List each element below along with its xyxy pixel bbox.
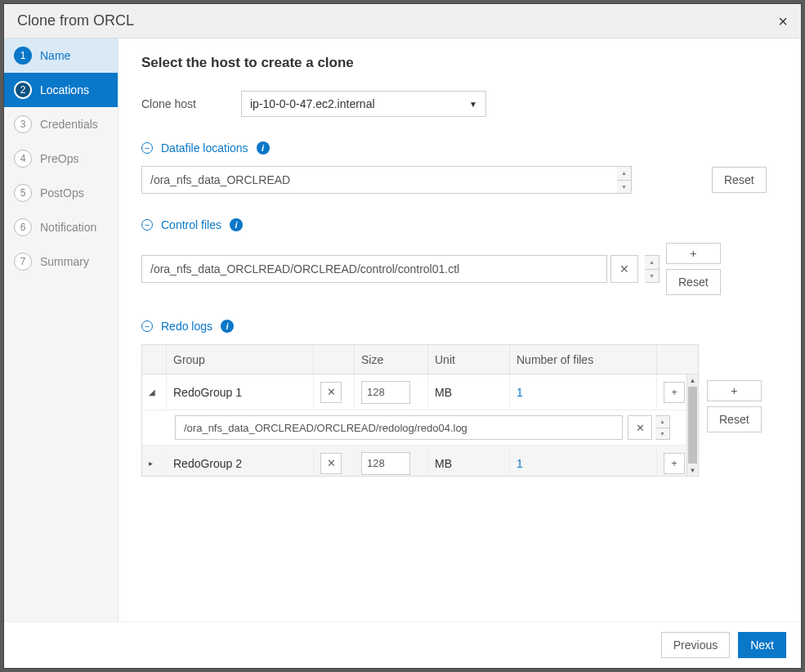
redo-unit-cell: MB (428, 374, 510, 410)
wizard-sidebar: 1 Name 2 Locations 3 Credentials 4 PreOp… (4, 38, 119, 621)
datafile-spinner: ▲ ▼ (617, 166, 632, 194)
step-credentials[interactable]: 3 Credentials (4, 107, 118, 141)
collapse-icon: − (141, 219, 153, 231)
control-reset-button[interactable]: Reset (666, 269, 721, 295)
clone-host-value: ip-10-0-0-47.ec2.internal (250, 97, 375, 110)
redo-path-input[interactable] (175, 415, 623, 440)
info-icon[interactable]: i (257, 141, 270, 155)
scroll-thumb[interactable] (688, 387, 697, 464)
step-label: Name (40, 49, 70, 62)
step-preops[interactable]: 4 PreOps (4, 141, 118, 176)
spinner-up-icon[interactable]: ▲ (645, 256, 659, 270)
collapse-icon: − (141, 142, 153, 154)
datafile-row: ▲ ▼ Reset (141, 166, 778, 194)
datafile-reset-button[interactable]: Reset (712, 167, 767, 193)
redo-path-spinner: ▲ ▼ (655, 415, 670, 440)
redo-add-file-button[interactable]: + (664, 453, 685, 474)
scroll-up-icon[interactable]: ▲ (687, 374, 698, 386)
step-badge: 3 (14, 115, 32, 133)
step-label: Credentials (40, 118, 98, 131)
redo-group-cell: RedoGroup 2 (167, 446, 314, 476)
dialog-header: Clone from ORCL × (4, 4, 801, 38)
step-label: Summary (40, 255, 89, 268)
caret-down-icon: ▼ (469, 100, 477, 109)
control-add-button[interactable]: + (666, 243, 721, 264)
spinner-down-icon[interactable]: ▼ (655, 428, 669, 440)
spinner-up-icon[interactable]: ▲ (617, 167, 631, 181)
col-unit: Unit (428, 345, 510, 374)
control-section-toggle[interactable]: − Control files i (141, 218, 778, 231)
clone-host-row: Clone host ip-10-0-0-47.ec2.internal ▼ (141, 91, 778, 117)
step-badge: 6 (14, 218, 32, 236)
redo-section-label: Redo logs (161, 320, 212, 333)
redo-sub-row: ✕ ▲ ▼ (142, 410, 698, 446)
redo-reset-button[interactable]: Reset (707, 406, 762, 432)
datafile-section-label: Datafile locations (161, 141, 248, 155)
redo-size-input[interactable] (361, 381, 410, 404)
dialog-title: Clone from ORCL (17, 12, 134, 29)
redo-section-toggle[interactable]: − Redo logs i (141, 320, 778, 333)
expand-down-icon[interactable]: ◢ (149, 388, 155, 396)
main-panel: Select the host to create a clone Clone … (119, 38, 801, 621)
step-label: Notification (40, 221, 96, 234)
step-label: Locations (40, 83, 89, 96)
control-row: ✕ ▲ ▼ + Reset (141, 243, 778, 295)
col-size: Size (355, 345, 428, 374)
step-badge: 5 (14, 184, 32, 202)
redo-table-header: Group Size Unit Number of files (142, 345, 698, 374)
step-name[interactable]: 1 Name (4, 38, 118, 73)
col-group: Group (167, 345, 314, 374)
datafile-path-input[interactable] (141, 166, 617, 194)
collapse-icon: − (141, 320, 153, 332)
redo-path-remove-button[interactable]: ✕ (628, 415, 652, 440)
redo-row: ▸ RedoGroup 2 ✕ MB 1 + (142, 446, 698, 476)
redo-unit-cell: MB (428, 446, 510, 476)
col-numfiles: Number of files (510, 345, 657, 374)
dialog-body: 1 Name 2 Locations 3 Credentials 4 PreOp… (4, 38, 801, 621)
redo-add-file-button[interactable]: + (664, 382, 685, 403)
spinner-down-icon[interactable]: ▼ (617, 181, 631, 194)
control-section-label: Control files (161, 218, 221, 231)
step-locations[interactable]: 2 Locations (4, 73, 118, 107)
close-icon[interactable]: × (778, 13, 788, 29)
step-label: PreOps (40, 152, 78, 165)
control-path-input[interactable] (141, 255, 607, 283)
redo-remove-button[interactable]: ✕ (320, 453, 342, 474)
step-badge: 2 (14, 81, 32, 99)
redo-wrap: Group Size Unit Number of files ◢ RedoGr… (141, 344, 778, 477)
previous-button[interactable]: Previous (661, 632, 730, 658)
info-icon[interactable]: i (230, 218, 243, 231)
redo-group-cell: RedoGroup 1 (167, 374, 314, 410)
clone-dialog: Clone from ORCL × 1 Name 2 Locations 3 C… (3, 3, 802, 669)
spinner-down-icon[interactable]: ▼ (645, 270, 659, 283)
control-side-buttons: + Reset (666, 243, 721, 295)
redo-remove-button[interactable]: ✕ (320, 382, 342, 403)
redo-side-buttons: + Reset (707, 380, 762, 432)
step-badge: 4 (14, 150, 32, 168)
datafile-section-toggle[interactable]: − Datafile locations i (141, 141, 778, 155)
step-label: PostOps (40, 186, 84, 199)
redo-numfiles-link[interactable]: 1 (517, 457, 523, 470)
redo-table: Group Size Unit Number of files ◢ RedoGr… (141, 344, 699, 477)
page-title: Select the host to create a clone (141, 55, 778, 71)
scrollbar[interactable]: ▲ ▼ (686, 374, 698, 476)
redo-table-body: ◢ RedoGroup 1 ✕ MB 1 + ✕ ▲ (142, 374, 698, 476)
control-remove-button[interactable]: ✕ (610, 255, 638, 283)
step-postops[interactable]: 5 PostOps (4, 176, 118, 210)
scroll-down-icon[interactable]: ▼ (687, 464, 698, 476)
next-button[interactable]: Next (738, 632, 786, 658)
expand-right-icon[interactable]: ▸ (149, 459, 153, 468)
redo-size-input[interactable] (361, 452, 410, 475)
info-icon[interactable]: i (221, 320, 234, 333)
step-notification[interactable]: 6 Notification (4, 210, 118, 244)
spinner-up-icon[interactable]: ▲ (655, 416, 669, 428)
redo-add-button[interactable]: + (707, 380, 762, 401)
step-summary[interactable]: 7 Summary (4, 244, 118, 279)
step-badge: 7 (14, 253, 32, 271)
clone-host-select[interactable]: ip-10-0-0-47.ec2.internal ▼ (241, 91, 486, 117)
dialog-footer: Previous Next (4, 621, 801, 668)
control-spinner: ▲ ▼ (645, 255, 660, 283)
clone-host-label: Clone host (141, 97, 221, 110)
redo-numfiles-link[interactable]: 1 (517, 386, 523, 399)
step-badge: 1 (14, 47, 32, 65)
